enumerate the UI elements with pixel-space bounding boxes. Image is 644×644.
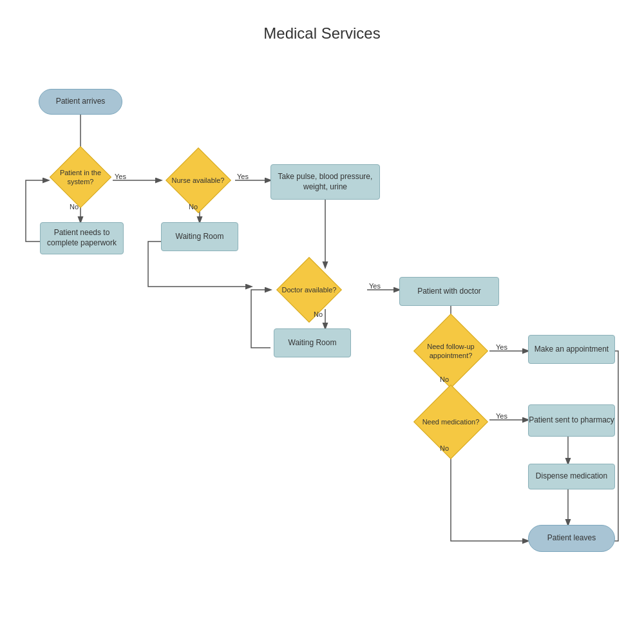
follow-up-node: Need follow-up appointment? (402, 327, 499, 375)
no-label-patient-system: No (70, 203, 79, 211)
no-label-medication: No (440, 444, 449, 452)
patient-pharmacy-node: Patient sent to pharmacy (528, 404, 615, 437)
patient-in-system-node: Patient in the system? (48, 155, 113, 200)
yes-label-nurse: Yes (237, 173, 249, 180)
page-title: Medical Services (0, 24, 644, 43)
patient-leaves-node: Patient leaves (528, 525, 615, 552)
doctor-available-node: Doctor available? (270, 267, 348, 312)
yes-label-patient-system: Yes (115, 173, 126, 180)
dispense-medication-node: Dispense medication (528, 464, 615, 489)
patient-with-doctor-node: Patient with doctor (399, 277, 499, 306)
patient-arrives-node: Patient arrives (39, 89, 122, 115)
make-appointment-node: Make an appointment (528, 335, 615, 364)
yes-label-medication: Yes (496, 412, 507, 420)
no-label-doctor: No (314, 310, 323, 318)
waiting-room-1-node: Waiting Room (161, 222, 238, 251)
nurse-available-node: Nurse available? (161, 158, 235, 203)
take-pulse-node: Take pulse, blood pressure, weight, urin… (270, 164, 380, 200)
patient-paperwork-node: Patient needs to complete paperwork (40, 222, 124, 254)
waiting-room-2-node: Waiting Room (274, 328, 351, 357)
yes-label-followup: Yes (496, 343, 507, 351)
no-label-followup: No (440, 375, 449, 383)
flowchart-container: Medical Services (0, 0, 644, 644)
yes-label-doctor: Yes (369, 282, 381, 290)
need-medication-node: Need medication? (402, 398, 499, 446)
no-label-nurse: No (189, 203, 198, 211)
